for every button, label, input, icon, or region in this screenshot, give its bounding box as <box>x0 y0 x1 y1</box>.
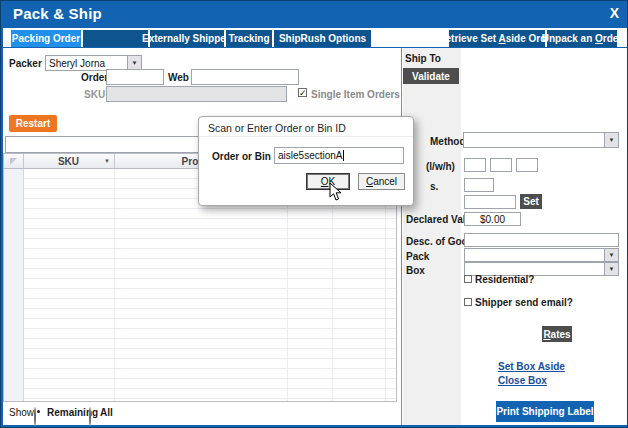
dims-label: (l/w/h) <box>426 161 455 172</box>
order-label: Order <box>81 72 108 83</box>
title-bar: Pack & Ship X <box>1 1 628 28</box>
dim-length-input[interactable] <box>464 158 486 172</box>
sku-label: SKU <box>84 89 105 100</box>
restart-button-label: Restart <box>16 118 50 129</box>
sku-input <box>106 86 287 102</box>
packer-label: Packer <box>9 58 42 69</box>
filter-arrow-icon[interactable]: ▼ <box>104 158 110 164</box>
text-caret <box>343 150 344 161</box>
rates-button[interactable]: Rates <box>542 326 572 342</box>
web-label: Web <box>168 72 189 83</box>
chevron-down-icon[interactable]: ▼ <box>604 249 618 261</box>
cancel-label-part: ancel <box>373 176 397 187</box>
declared-value-input[interactable]: $0.00 <box>464 212 521 226</box>
restart-button[interactable]: Restart <box>9 115 57 132</box>
check-icon: ✓ <box>299 88 307 98</box>
show-all-radio[interactable] <box>89 407 91 426</box>
tab-label: ShipRush Options <box>279 33 366 44</box>
box-label: Box <box>406 265 425 276</box>
web-input[interactable] <box>191 69 299 85</box>
tab-label-part: A <box>498 33 505 44</box>
ok-button[interactable]: OK <box>306 173 350 190</box>
web-value <box>192 70 298 84</box>
tab-label: Packing Order <box>12 33 80 44</box>
pack-label: Pack <box>406 251 429 262</box>
tab-label-part: Unpack an <box>542 33 595 44</box>
panel-divider <box>401 48 402 425</box>
tab-retrieve-set-aside-order[interactable]: Retrieve Set Aside Order <box>449 30 545 47</box>
validate-button[interactable]: Validate <box>403 68 459 84</box>
desc-of-goods-input[interactable] <box>464 233 619 247</box>
order-input[interactable] <box>106 69 164 85</box>
dim-width-input[interactable] <box>490 158 512 172</box>
rates-button-label: Rates <box>543 329 570 340</box>
weight-label: s. <box>430 181 438 192</box>
close-icon[interactable]: X <box>610 5 619 21</box>
tab-label-part: rder <box>603 33 622 44</box>
row-indicator-icon <box>10 158 17 165</box>
order-or-bin-id-value: aisle5sectionA <box>275 148 403 163</box>
grid-header-sku-label: SKU <box>58 156 79 167</box>
shipper-email-label: Shipper send email? <box>475 297 573 308</box>
grid-header-sku[interactable]: SKU ▼ <box>23 154 115 168</box>
close-box-link[interactable]: Close Box <box>498 375 547 386</box>
residential-label: Residential? <box>475 274 534 285</box>
show-label: Show <box>9 407 34 418</box>
sku-value <box>107 87 286 101</box>
weight-input[interactable] <box>464 178 494 192</box>
window-title: Pack & Ship <box>13 5 102 22</box>
ship-to-label: Ship To <box>405 53 441 64</box>
tab-label: Tracking <box>228 33 269 44</box>
validate-button-label: Validate <box>412 71 450 82</box>
rates-label-part: ates <box>551 329 571 340</box>
dim-height-input[interactable] <box>516 158 538 172</box>
scan-order-dialog: Scan or Enter Order or Bin ID Order or B… <box>198 116 414 206</box>
show-remaining-radio[interactable] <box>34 407 36 426</box>
set-box-aside-link[interactable]: Set Box Aside <box>498 361 565 372</box>
tab-shiprush-options[interactable]: ShipRush Options <box>274 30 371 47</box>
tab-strip-underline <box>3 47 627 48</box>
ok-label-part: O <box>321 176 329 187</box>
grid-corner-cell <box>4 154 24 168</box>
tab-blank[interactable] <box>83 30 148 47</box>
packer-value: Sheryl Jorna <box>46 58 127 69</box>
order-or-bin-id-label: Order or Bin ID <box>212 151 284 162</box>
declared-value: $0.00 <box>465 213 520 225</box>
method-label: Method <box>430 136 466 147</box>
chevron-down-icon[interactable]: ▼ <box>604 133 618 147</box>
chevron-down-icon[interactable]: ▼ <box>127 56 141 70</box>
input-text: aisle5sectionA <box>278 150 342 161</box>
print-shipping-label-button[interactable]: Print Shipping Label <box>496 401 594 422</box>
tab-label-part: O <box>595 33 603 44</box>
set-button-label: Set <box>523 196 539 207</box>
show-all-label: All <box>100 407 113 418</box>
single-item-checkbox[interactable]: ✓ <box>298 88 307 97</box>
dialog-title-separator <box>199 136 413 137</box>
ok-button-label: OK <box>321 176 335 187</box>
rates-label-part: R <box>543 329 550 340</box>
grid-column-divider <box>114 169 115 401</box>
dialog-title: Scan or Enter Order or Bin ID <box>208 122 346 134</box>
cancel-button-label: Cancel <box>366 176 397 187</box>
chevron-down-icon[interactable]: ▼ <box>604 263 618 275</box>
pack-and-ship-window: Pack & Ship X Packing Order Externally S… <box>0 0 628 428</box>
cancel-button[interactable]: Cancel <box>358 173 405 190</box>
set-button[interactable]: Set <box>520 194 542 209</box>
residential-checkbox[interactable] <box>464 275 472 283</box>
method-select[interactable]: ▼ <box>463 132 619 148</box>
print-shipping-label-text: Print Shipping Label <box>496 406 593 417</box>
tab-label-part: Retrieve Set <box>438 33 498 44</box>
tab-tracking[interactable]: Tracking <box>226 30 272 47</box>
shipper-email-checkbox[interactable] <box>464 298 472 306</box>
order-or-bin-id-input[interactable]: aisle5sectionA <box>274 147 404 164</box>
order-value <box>107 70 163 84</box>
tab-packing-order[interactable]: Packing Order <box>11 30 81 47</box>
cod-input[interactable] <box>464 195 516 209</box>
pack-select[interactable]: ▼ <box>464 248 619 262</box>
tab-unpack-an-order[interactable]: Unpack an Order <box>547 30 617 47</box>
tab-externally-shipped[interactable]: Externally Shipped <box>150 30 224 47</box>
ok-label-part: K <box>329 176 336 187</box>
tab-label: Retrieve Set Aside Order <box>438 33 555 44</box>
grid-row-selector-column <box>4 169 24 401</box>
tab-label: Unpack an Order <box>542 33 623 44</box>
